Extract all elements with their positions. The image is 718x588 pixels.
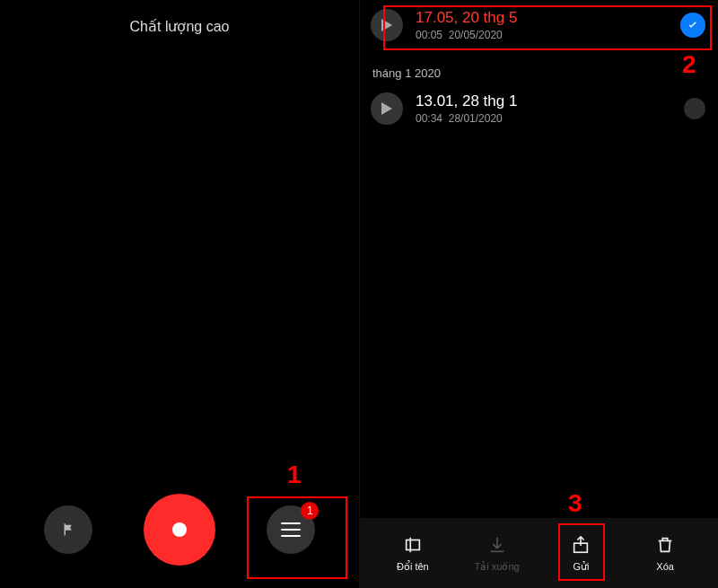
flag-button[interactable]	[44, 505, 92, 554]
quality-label: Chất lượng cao	[0, 18, 359, 35]
trash-icon	[655, 532, 675, 557]
send-action[interactable]: Gửi	[554, 532, 608, 573]
play-button[interactable]	[371, 92, 403, 125]
annotation-label-2: 2	[682, 50, 696, 79]
download-label: Tải xuống	[475, 561, 520, 573]
record-button[interactable]	[144, 494, 215, 566]
recording-body: 13.01, 28 thg 1 00:34 28/01/2020	[416, 92, 684, 125]
recording-title: 17.05, 20 thg 5	[416, 9, 680, 27]
share-icon	[571, 532, 591, 557]
recordings-screen: 17.05, 20 thg 5 00:05 20/05/2020 tháng 1…	[359, 0, 718, 588]
play-button[interactable]	[371, 9, 403, 41]
recording-body: 17.05, 20 thg 5 00:05 20/05/2020	[416, 9, 680, 41]
download-action: Tải xuống	[470, 532, 524, 573]
recording-subtitle: 00:34 28/01/2020	[416, 112, 684, 125]
month-section-header: tháng 1 2020	[360, 50, 718, 83]
selection-empty[interactable]	[684, 98, 705, 119]
rename-icon	[403, 532, 423, 557]
annotation-label-1: 1	[287, 461, 302, 489]
recording-title: 13.01, 28 thg 1	[416, 92, 684, 110]
download-icon	[487, 532, 507, 557]
recorder-screen: Chất lượng cao 1	[0, 0, 359, 588]
delete-label: Xóa	[656, 561, 674, 572]
rename-action[interactable]: Đổi tên	[386, 532, 440, 573]
record-dot-icon	[172, 522, 187, 537]
action-bar: Đổi tên Tải xuống Gửi Xóa	[360, 518, 718, 588]
recording-item[interactable]: 13.01, 28 thg 1 00:34 28/01/2020	[360, 83, 718, 134]
annotation-label-3: 3	[568, 489, 582, 518]
delete-action[interactable]: Xóa	[638, 532, 692, 572]
rename-label: Đổi tên	[397, 561, 429, 573]
recording-item[interactable]: 17.05, 20 thg 5 00:05 20/05/2020	[360, 0, 718, 50]
recording-subtitle: 00:05 20/05/2020	[416, 29, 680, 41]
recorder-controls: 1	[0, 494, 359, 566]
selection-checkmark[interactable]	[680, 13, 705, 38]
send-label: Gửi	[573, 561, 589, 573]
recordings-list-button[interactable]: 1	[267, 505, 315, 554]
svg-rect-0	[407, 540, 420, 549]
hamburger-icon	[281, 522, 301, 537]
recordings-badge: 1	[301, 502, 319, 520]
